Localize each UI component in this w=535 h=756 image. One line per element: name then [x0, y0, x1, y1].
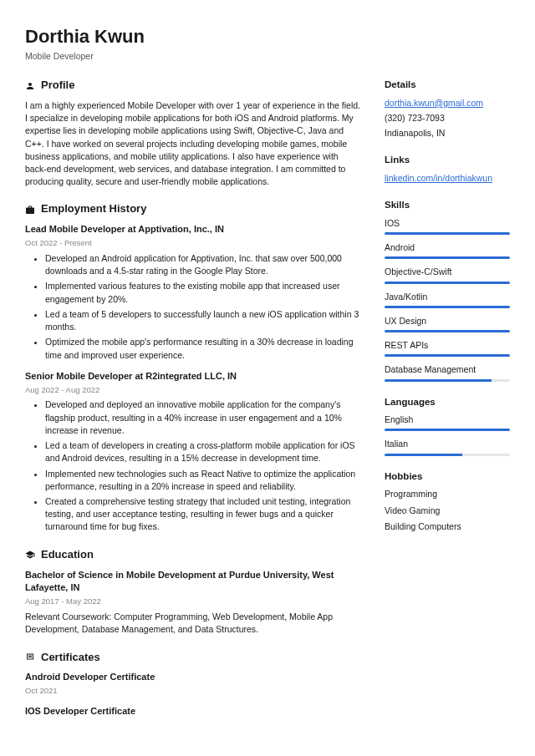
language-name: English — [385, 414, 510, 426]
skill-bar — [385, 306, 510, 308]
sidebar: Details dorthia.kwun@gmail.com (320) 723… — [385, 78, 510, 732]
skill-bar-fill — [385, 330, 510, 332]
job-bullet: Implemented various features to the exis… — [45, 280, 361, 305]
languages-title: Languages — [385, 395, 510, 409]
links-title: Links — [385, 153, 510, 167]
education-item-title: Bachelor of Science in Mobile Developmen… — [25, 569, 361, 596]
skill-item: UX Design — [385, 315, 510, 332]
links-section: Links linkedin.com/in/dorthiakwun — [385, 153, 510, 185]
hobby-item: Programming — [385, 488, 510, 500]
skill-bar — [385, 330, 510, 332]
job-bullet: Developed an Android application for App… — [45, 252, 361, 277]
person-role: Mobile Developer — [25, 50, 510, 63]
languages-section: Languages EnglishItalian — [385, 395, 510, 456]
skill-bar-fill — [385, 379, 492, 382]
skills-section: Skills IOSAndroidObjective-C/SwiftJava/K… — [385, 198, 510, 381]
education-desc: Relevant Coursework: Computer Programmin… — [25, 611, 361, 636]
language-name: Italian — [385, 438, 510, 450]
external-link[interactable]: linkedin.com/in/dorthiakwun — [385, 172, 510, 185]
header: Dorthia Kwun Mobile Developer — [25, 23, 510, 63]
skill-name: Android — [385, 241, 510, 254]
education-section: Education Bachelor of Science in Mobile … — [25, 547, 361, 637]
language-item: Italian — [385, 438, 510, 455]
job-date: Aug 2022 - Aug 2022 — [25, 384, 361, 396]
job-title: Senior Mobile Developer at R2integrated … — [25, 370, 361, 383]
details-section: Details dorthia.kwun@gmail.com (320) 723… — [385, 78, 510, 140]
skill-name: UX Design — [385, 315, 510, 327]
briefcase-icon — [25, 205, 35, 215]
location: Indianapolis, IN — [385, 127, 510, 140]
email-link[interactable]: dorthia.kwun@gmail.com — [385, 97, 510, 109]
certificates-section: Certificates Android Developer Certifica… — [25, 650, 361, 718]
skill-bar — [385, 256, 510, 259]
main-column: Profile I am a highly experienced Mobile… — [25, 78, 361, 732]
language-bar-fill — [385, 429, 510, 431]
grad-cap-icon — [25, 550, 35, 560]
employment-title: Employment History — [25, 201, 361, 217]
profile-title: Profile — [25, 78, 361, 94]
skill-bar-fill — [385, 232, 510, 235]
skill-name: Java/Kotlin — [385, 291, 510, 303]
language-item: English — [385, 414, 510, 431]
skill-item: Java/Kotlin — [385, 291, 510, 308]
skill-name: IOS — [385, 217, 510, 230]
hobbies-title: Hobbies — [385, 469, 510, 484]
skill-bar — [385, 232, 510, 235]
language-bar — [385, 454, 510, 456]
job-bullet: Led a team of developers in creating a c… — [45, 439, 361, 464]
education-date: Aug 2017 - May 2022 — [25, 596, 361, 607]
education-title: Education — [25, 547, 361, 563]
job-bullets: Developed and deployed an innovative mob… — [25, 398, 361, 533]
skill-item: Database Management — [385, 363, 510, 381]
hobbies-section: Hobbies ProgrammingVideo GamingBuilding … — [385, 469, 510, 533]
skill-item: Android — [385, 241, 510, 259]
job-bullet: Implemented new technologies such as Rea… — [45, 468, 361, 493]
phone: (320) 723-7093 — [385, 112, 510, 124]
skill-bar-fill — [385, 306, 510, 308]
employment-section: Employment History Lead Mobile Developer… — [25, 201, 361, 533]
skill-bar-fill — [385, 282, 510, 284]
skill-bar-fill — [385, 354, 510, 357]
certificate-item: IOS Developer Certificate — [25, 705, 361, 718]
job-title: Lead Mobile Developer at Apptivation, In… — [25, 223, 361, 236]
skill-bar — [385, 282, 510, 284]
skills-title: Skills — [385, 198, 510, 212]
hobby-item: Building Computers — [385, 520, 510, 533]
job-bullet: Developed and deployed an innovative mob… — [45, 398, 361, 437]
job-bullets: Developed an Android application for App… — [25, 252, 361, 362]
job-bullet: Led a team of 5 developers to successful… — [45, 308, 361, 333]
job-date: Oct 2022 - Present — [25, 237, 361, 249]
certificate-date: Oct 2021 — [25, 685, 361, 697]
certificate-title: Android Developer Certificate — [25, 671, 361, 684]
profile-text: I am a highly experienced Mobile Develop… — [25, 99, 361, 189]
person-name: Dorthia Kwun — [25, 23, 510, 50]
education-item: Bachelor of Science in Mobile Developmen… — [25, 569, 361, 637]
skill-item: REST APIs — [385, 339, 510, 357]
job-bullet: Optimized the mobile app's performance r… — [45, 336, 361, 361]
job: Lead Mobile Developer at Apptivation, In… — [25, 223, 361, 361]
skill-item: IOS — [385, 217, 510, 235]
details-title: Details — [385, 78, 510, 92]
skill-name: REST APIs — [385, 339, 510, 352]
skill-bar — [385, 379, 510, 382]
skill-item: Objective-C/Swift — [385, 266, 510, 283]
job: Senior Mobile Developer at R2integrated … — [25, 370, 361, 534]
skill-name: Objective-C/Swift — [385, 266, 510, 278]
profile-section: Profile I am a highly experienced Mobile… — [25, 78, 361, 188]
certificate-icon — [25, 652, 35, 662]
certificates-title: Certificates — [25, 650, 361, 666]
hobby-item: Video Gaming — [385, 505, 510, 517]
language-bar-fill — [385, 454, 462, 456]
job-bullet: Created a comprehensive testing strategy… — [45, 495, 361, 534]
certificate-title: IOS Developer Certificate — [25, 705, 361, 718]
skill-bar-fill — [385, 256, 510, 259]
person-icon — [25, 81, 35, 91]
skill-name: Database Management — [385, 363, 510, 376]
skill-bar — [385, 354, 510, 357]
certificate-item: Android Developer CertificateOct 2021 — [25, 671, 361, 697]
language-bar — [385, 429, 510, 431]
